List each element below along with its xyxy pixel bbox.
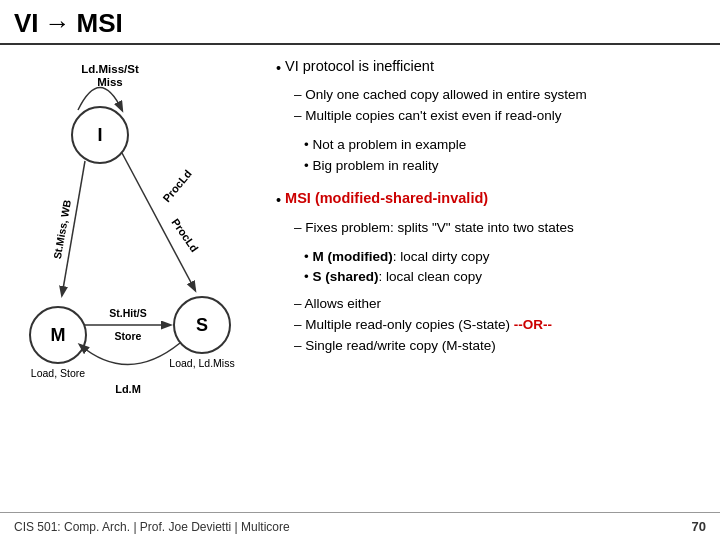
subsub-list-1: Not a problem in example Big problem in … bbox=[276, 135, 704, 177]
bullet-1: • VI protocol is inefficient bbox=[276, 55, 704, 79]
title-prefix: VI bbox=[14, 8, 39, 39]
msi-title: MSI (modified-shared-invalid) bbox=[285, 190, 488, 206]
bullet-2: • MSI (modified-shared-invalid) bbox=[276, 187, 704, 211]
sub1a: Only one cached copy allowed in entire s… bbox=[294, 85, 704, 106]
svg-text:Ld.M: Ld.M bbox=[115, 383, 141, 395]
subsub1a: Not a problem in example bbox=[304, 135, 704, 156]
sub-list-2b: Allows either Multiple read-only copies … bbox=[276, 294, 704, 357]
sub2b: Allows either bbox=[294, 294, 704, 315]
sub-list-1: Only one cached copy allowed in entire s… bbox=[276, 85, 704, 127]
text-content: • VI protocol is inefficient Only one ca… bbox=[260, 45, 720, 507]
footer: CIS 501: Comp. Arch. | Prof. Joe Deviett… bbox=[0, 512, 720, 540]
svg-text:Store: Store bbox=[115, 330, 142, 342]
sub1b: Multiple copies can't exist even if read… bbox=[294, 106, 704, 127]
footer-page-number: 70 bbox=[692, 519, 706, 534]
svg-text:I: I bbox=[97, 125, 102, 145]
svg-text:S: S bbox=[196, 315, 208, 335]
svg-text:ProcLd: ProcLd bbox=[169, 216, 201, 254]
title-arrow: → bbox=[45, 8, 71, 39]
svg-text:Load, Ld.Miss: Load, Ld.Miss bbox=[169, 357, 234, 369]
msi-paren: (modified-shared-invalid) bbox=[315, 190, 488, 206]
svg-text:Load, Store: Load, Store bbox=[31, 367, 85, 379]
svg-text:St.Hit/S: St.Hit/S bbox=[109, 307, 146, 319]
or-label: --OR-- bbox=[514, 317, 552, 332]
footer-left: CIS 501: Comp. Arch. | Prof. Joe Deviett… bbox=[14, 520, 290, 534]
svg-text:Miss: Miss bbox=[97, 76, 123, 88]
title-suffix: MSI bbox=[77, 8, 123, 39]
svg-text:ProcLd: ProcLd bbox=[160, 168, 194, 205]
state-diagram: Ld.Miss/St Miss I ProcLd St.Miss, WB Pro… bbox=[0, 45, 260, 507]
subsub1b: Big problem in reality bbox=[304, 156, 704, 177]
sub2d: Single read/write copy (M-state) bbox=[294, 336, 704, 357]
subsub-list-2: M (modified): local dirty copy S (shared… bbox=[276, 247, 704, 289]
diagram-svg: Ld.Miss/St Miss I ProcLd St.Miss, WB Pro… bbox=[10, 55, 260, 445]
svg-text:Ld.Miss/St: Ld.Miss/St bbox=[81, 63, 139, 75]
subsub2b: S (shared): local clean copy bbox=[304, 267, 704, 288]
sub2c-prefix: Multiple read-only copies (S-state) bbox=[305, 317, 514, 332]
subsub2a: M (modified): local dirty copy bbox=[304, 247, 704, 268]
sub2a: Fixes problem: splits "V" state into two… bbox=[294, 218, 704, 239]
bullet1-text: VI protocol is inefficient bbox=[285, 55, 434, 77]
page-title: VI → MSI bbox=[0, 0, 720, 45]
svg-text:M: M bbox=[51, 325, 66, 345]
sub2c: Multiple read-only copies (S-state) --OR… bbox=[294, 315, 704, 336]
sub-list-2: Fixes problem: splits "V" state into two… bbox=[276, 218, 704, 239]
